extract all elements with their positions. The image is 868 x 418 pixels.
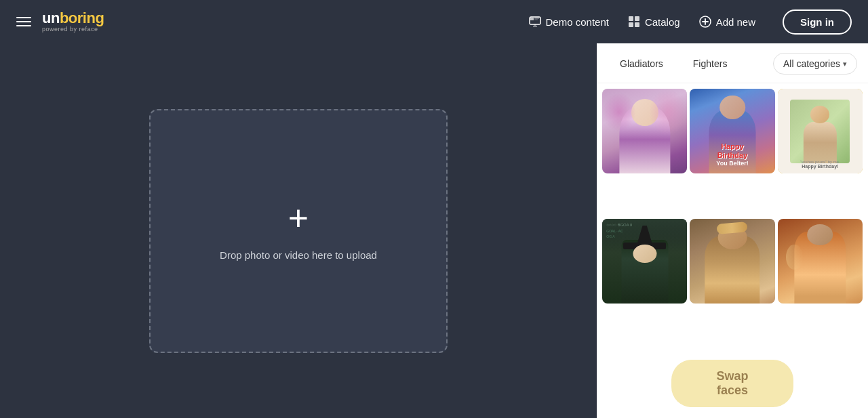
tab-gladiators[interactable]: Gladiators bbox=[608, 54, 675, 74]
grid-item-1[interactable] bbox=[602, 89, 687, 173]
nav-add-new[interactable]: Add new bbox=[699, 16, 755, 28]
nav-demo-content[interactable]: Demo content bbox=[529, 16, 609, 28]
birthday-overlay: Happy Birthday You Belter! bbox=[690, 142, 774, 167]
plus-icon: + bbox=[288, 201, 309, 236]
svg-rect-7 bbox=[635, 16, 639, 21]
upload-label: Drop photo or video here to upload bbox=[220, 249, 377, 261]
chevron-down-icon: ▾ bbox=[843, 60, 847, 68]
grid-item-3[interactable]: "wishes pours" by me. Happy Birthday! bbox=[778, 89, 863, 173]
tab-all-categories[interactable]: All categories ▾ bbox=[773, 53, 857, 75]
svg-rect-8 bbox=[629, 22, 633, 27]
grid-item-2[interactable]: Happy Birthday You Belter! bbox=[690, 89, 774, 173]
svg-rect-5 bbox=[534, 24, 536, 26]
nav-catalog-label: Catalog bbox=[645, 16, 680, 28]
svg-rect-3 bbox=[534, 20, 538, 20]
svg-rect-4 bbox=[533, 26, 537, 27]
main-content: + Drop photo or video here to upload Gla… bbox=[0, 43, 868, 418]
nav-demo-content-label: Demo content bbox=[546, 16, 609, 28]
add-icon bbox=[699, 16, 711, 28]
logo: unboring powered by reface bbox=[42, 11, 104, 33]
nav: Demo content Catalog Add ne bbox=[529, 16, 755, 28]
logo-powered: powered by reface bbox=[42, 26, 104, 33]
birthday-text-line3: You Belter! bbox=[690, 160, 774, 167]
svg-rect-9 bbox=[635, 22, 639, 27]
right-panel: Gladiators Fighters All categories ▾ bbox=[597, 43, 868, 418]
catalog-icon bbox=[628, 16, 640, 28]
svg-rect-6 bbox=[629, 16, 633, 21]
category-tabs: Gladiators Fighters All categories ▾ bbox=[597, 43, 868, 83]
nav-catalog[interactable]: Catalog bbox=[628, 16, 680, 28]
grid-item-4[interactable]: ○○○○ BGOA II GOAL · AC OG A bbox=[602, 219, 687, 304]
tab-fighters[interactable]: Fighters bbox=[681, 54, 740, 74]
sign-in-button[interactable]: Sign in bbox=[783, 9, 852, 35]
all-categories-label: All categories bbox=[783, 58, 840, 69]
grid-item-5[interactable] bbox=[690, 219, 774, 304]
grid-item-6[interactable] bbox=[778, 219, 863, 304]
upload-dropzone[interactable]: + Drop photo or video here to upload bbox=[149, 109, 448, 353]
birthday-text-line2: Birthday bbox=[690, 151, 774, 160]
svg-rect-2 bbox=[534, 18, 539, 19]
header: unboring powered by reface Demo content bbox=[0, 0, 868, 43]
image-grid: Happy Birthday You Belter! "wishes pours… bbox=[597, 83, 868, 352]
logo-text: unboring bbox=[42, 11, 104, 26]
swap-faces-button[interactable]: Swap faces bbox=[671, 360, 793, 407]
demo-icon bbox=[529, 16, 541, 28]
hamburger-menu[interactable] bbox=[16, 17, 31, 26]
svg-rect-1 bbox=[530, 18, 534, 20]
swap-section: Swap faces bbox=[597, 352, 868, 418]
left-panel: + Drop photo or video here to upload bbox=[0, 43, 597, 418]
birthday-text-line1: Happy bbox=[690, 142, 774, 151]
nav-add-new-label: Add new bbox=[716, 16, 755, 28]
